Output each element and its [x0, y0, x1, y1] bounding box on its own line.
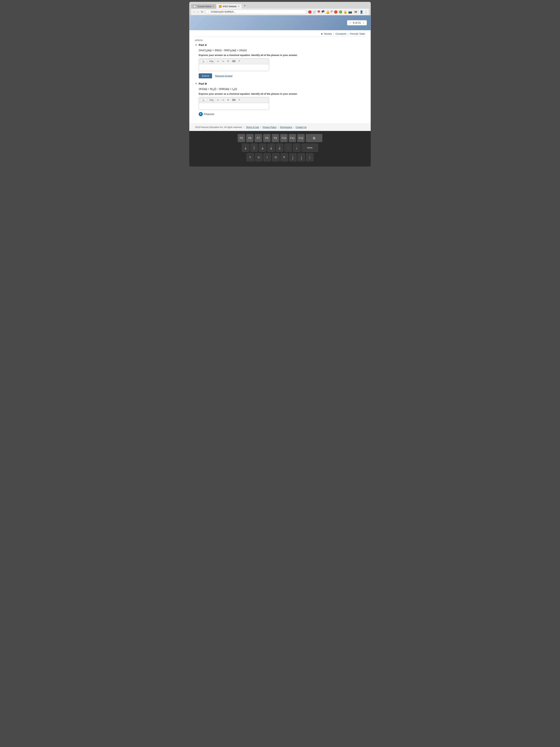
periodic-table-link[interactable]: Periodic Table [350, 32, 365, 35]
tab-course-home-close[interactable]: ✕ [212, 5, 214, 7]
sep1: | [334, 32, 334, 35]
tab-course-home[interactable]: 📋 Course Home ✕ [191, 4, 216, 9]
part-b-header: ▼ Part B [195, 82, 365, 85]
extension-icon-8[interactable]: 🔒 [344, 10, 347, 14]
part-a-collapse-arrow[interactable]: ▼ [195, 44, 197, 46]
tab-bar: 📋 Course Home ✕ 🟧 IHSS Website ✕ + [191, 3, 369, 9]
keyboard-row-yuiop: Y U I O P {[ }] |\ [193, 153, 367, 161]
blocks-button-a[interactable]: ⬜≡ [201, 60, 207, 63]
extension-icon-1[interactable]: 🔴 [308, 10, 312, 14]
review-link[interactable]: Review [324, 32, 332, 35]
reload-button[interactable]: ↻ [200, 10, 204, 14]
part-b-collapse-arrow[interactable]: ▼ [195, 82, 197, 85]
new-tab-button[interactable]: + [242, 3, 248, 9]
extension-icon-9[interactable]: 📷 [348, 10, 352, 14]
prev-page-button[interactable]: ‹ [349, 21, 351, 24]
key-f7[interactable]: F7 [255, 134, 262, 142]
part-a-button-row: Submit Request Answer [199, 73, 365, 78]
key-rbracket[interactable]: }] [298, 153, 305, 161]
key-y[interactable]: Y [246, 153, 254, 161]
avatar-icon[interactable]: 👤 [359, 10, 363, 14]
keyboard-button-b[interactable]: ⌨ [231, 98, 236, 102]
bookmark-icon: ■ [321, 32, 323, 35]
toolbar-icons: 🔴 🛒 2 🏴 🔔 P 🔴 🟢 🔒 📷 0|0 👤 ⋮ [308, 10, 367, 14]
symbol-button-b[interactable]: ΑΣφ [208, 98, 215, 102]
key-f6[interactable]: F6 [246, 134, 254, 142]
forward-button[interactable]: › [196, 10, 199, 14]
back-button[interactable]: ‹ [193, 10, 195, 14]
part-b-label: Part B [199, 82, 207, 85]
key-f10[interactable]: F10 [280, 134, 288, 142]
address-box[interactable]: ☆ 5158&HepID=6b9f9b2f... [205, 10, 307, 14]
part-a-submit-button[interactable]: Submit [199, 73, 212, 78]
part-b-input[interactable] [199, 103, 269, 110]
redo-button-a[interactable]: ↪ [221, 59, 225, 63]
keyboard-button-a[interactable]: ⌨ [231, 59, 236, 63]
pearson-logo: P Pearson [199, 112, 365, 116]
permissions-link[interactable]: Permissions [280, 126, 292, 129]
key-backslash[interactable]: |\ [306, 153, 314, 161]
undo-button-b[interactable]: ↩ [216, 98, 220, 102]
terms-of-use-link[interactable]: Terms of Use [246, 126, 259, 129]
next-page-button[interactable]: › [363, 21, 365, 24]
extension-icon-6[interactable]: 🔴 [334, 10, 338, 14]
refresh-button-a[interactable]: ↺ [226, 59, 230, 63]
key-f12[interactable]: F12 [297, 134, 304, 142]
key-f9[interactable]: F9 [272, 134, 279, 142]
address-bar-row: ‹ › ↻ ☆ 5158&HepID=6b9f9b2f... 🔴 🛒 2 🏴 🔔… [191, 9, 369, 15]
blocks-button-b[interactable]: ⬜≡ [201, 98, 207, 102]
key-u[interactable]: U [255, 153, 262, 161]
undo-button-a[interactable]: ↩ [216, 59, 220, 63]
key-power[interactable]: ⏻ [306, 134, 322, 142]
help-button-b[interactable]: ? [238, 98, 241, 102]
footer-copyright: 2019 Pearson Education Inc. All rights r… [195, 126, 242, 129]
help-button-a[interactable]: ? [238, 59, 241, 63]
key-f11[interactable]: F11 [289, 134, 296, 142]
part-b-answer-box: ⬜≡ ΑΣφ ↩ ↪ ↺ ⌨ ? [199, 97, 269, 110]
redo-button-b[interactable]: ↪ [221, 98, 225, 102]
extension-icon-7[interactable]: 🟢 [339, 10, 342, 14]
part-a-equation: 2AuCl3(aq) + 3Ni(s)→3NiCl2(aq) + 2Au(s) [199, 49, 365, 52]
pagination-control: ‹ 8 of 21 › [347, 20, 367, 25]
key-7[interactable]: &7 [250, 144, 258, 152]
constants-link[interactable]: Constants [336, 32, 346, 35]
part-a-instruction: Express your answer as a chemical equati… [199, 54, 365, 56]
key-o[interactable]: O [272, 153, 279, 161]
part-b-answer-toolbar: ⬜≡ ΑΣφ ↩ ↪ ↺ ⌨ ? [199, 97, 269, 103]
keyboard-row-numbers: ^6 &7 *8 {9 }0 —- += delete [193, 144, 367, 152]
privacy-policy-link[interactable]: Privacy Policy [263, 126, 276, 129]
extension-icon-4[interactable]: 🔔 [326, 10, 330, 14]
part-a-request-answer-button[interactable]: Request Answer [215, 75, 233, 77]
extension-icon-5[interactable]: P [331, 10, 333, 14]
key-i[interactable]: I [264, 153, 271, 161]
part-a-input[interactable] [199, 64, 269, 71]
extension-icon-3[interactable]: 🏴 [321, 10, 325, 14]
pearson-p-logo: P [199, 112, 203, 116]
key-p[interactable]: P [281, 153, 288, 161]
part-a-answer-box: ⬜≡ ΑΣφ ↩ ↪ ↺ ⌨ ? [199, 58, 269, 71]
refresh-button-b[interactable]: ↺ [226, 98, 230, 102]
star-icon: ☆ [207, 10, 210, 14]
content-area: ■ Review | Constants | Periodic Table ac… [189, 30, 371, 124]
tab-ihss-close[interactable]: ✕ [238, 5, 239, 7]
key-8[interactable]: *8 [259, 144, 266, 152]
tab-ihss-website[interactable]: 🟧 IHSS Website ✕ [216, 4, 241, 9]
key-f5[interactable]: F5 [238, 134, 245, 142]
key-0[interactable]: }0 [276, 144, 283, 152]
key-minus[interactable]: —- [285, 144, 292, 152]
part-b-section: ▼ Part B 2KI(aq) + Br2(l)→2KBr(aq) + I2(… [195, 82, 365, 116]
key-lbracket[interactable]: {[ [289, 153, 296, 161]
key-f8[interactable]: F8 [263, 134, 271, 142]
key-equals[interactable]: += [293, 144, 300, 152]
extension-badge: 2 [318, 10, 320, 14]
extension-icon-2[interactable]: 🛒 [313, 10, 317, 14]
menu-icon[interactable]: ⋮ [365, 10, 367, 14]
key-9[interactable]: {9 [267, 144, 275, 152]
page-banner: ‹ 8 of 21 › [189, 16, 371, 30]
contact-us-link[interactable]: Contact Us [296, 126, 306, 129]
top-links-bar: ■ Review | Constants | Periodic Table [195, 32, 365, 37]
symbol-button-a[interactable]: ΑΣφ [208, 59, 215, 63]
key-delete[interactable]: delete [301, 144, 318, 152]
page-info: 8 of 21 [353, 21, 361, 24]
key-6[interactable]: ^6 [242, 144, 249, 152]
